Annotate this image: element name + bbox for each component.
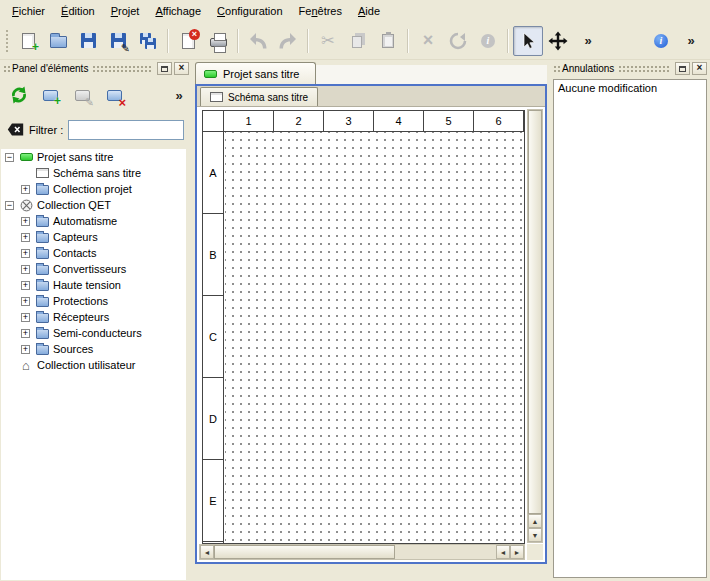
- save-all-button[interactable]: [133, 26, 163, 56]
- expander-plus-icon[interactable]: +: [21, 233, 30, 242]
- scroll-left-button[interactable]: ◄: [200, 545, 214, 559]
- expander-plus-icon[interactable]: +: [21, 313, 30, 322]
- toolbar-extension-button[interactable]: »: [573, 26, 603, 56]
- close-panel-button[interactable]: ×: [692, 62, 707, 75]
- new-document-button[interactable]: +: [13, 26, 43, 56]
- reload-collections-button[interactable]: [5, 82, 32, 109]
- float-icon: [679, 66, 686, 72]
- menu-fichier[interactable]: Fichier: [4, 2, 53, 20]
- menu-configuration[interactable]: Configuration: [209, 2, 290, 20]
- workspace: Projet sans titre Schéma sans titre 1234…: [192, 60, 550, 581]
- dock-grip[interactable]: [553, 65, 560, 72]
- folder-icon: [34, 231, 50, 243]
- menu-edition[interactable]: Édition: [53, 2, 103, 20]
- row-header: A: [203, 132, 223, 214]
- expander-minus-icon[interactable]: −: [5, 153, 14, 162]
- tree-item-haute-tension[interactable]: +Haute tension: [1, 277, 186, 293]
- scroll-right-button[interactable]: ►: [510, 545, 524, 559]
- expander-plus-icon[interactable]: +: [21, 297, 30, 306]
- tab-project[interactable]: Projet sans titre: [195, 62, 316, 84]
- edit-element-button[interactable]: ✎: [69, 82, 96, 109]
- edit-info-button[interactable]: i: [473, 26, 503, 56]
- horizontal-scrollbar-thumb[interactable]: [214, 545, 395, 559]
- open-document-button[interactable]: [43, 26, 73, 56]
- expander-plus-icon[interactable]: +: [21, 329, 30, 338]
- close-document-button[interactable]: ×: [173, 26, 203, 56]
- elements-panel-titlebar[interactable]: Panel d'éléments ×: [0, 60, 192, 77]
- tree-item-projet-sans-titre[interactable]: −Projet sans titre: [1, 149, 186, 165]
- select-mode-button[interactable]: [513, 26, 543, 56]
- float-icon: [161, 66, 168, 72]
- undo-button[interactable]: [243, 26, 273, 56]
- tree-item-label: Capteurs: [53, 231, 98, 243]
- vertical-scrollbar[interactable]: ▲ ▼: [527, 109, 543, 543]
- menu-projet[interactable]: Projet: [103, 2, 148, 20]
- tree-item-automatisme[interactable]: +Automatisme: [1, 213, 186, 229]
- close-panel-button[interactable]: ×: [174, 62, 189, 75]
- diagram-grid[interactable]: [225, 132, 524, 543]
- tree-item-collection-utilisateur[interactable]: ⌂Collection utilisateur: [1, 357, 186, 373]
- expander-plus-icon[interactable]: +: [21, 345, 30, 354]
- tree-item-semi-conducteurs[interactable]: +Semi-conducteurs: [1, 325, 186, 341]
- undo-list[interactable]: Aucune modification: [553, 79, 707, 578]
- scroll-mode-button[interactable]: [543, 26, 573, 56]
- clear-filter-button[interactable]: [7, 123, 24, 138]
- delete-element-button[interactable]: ×: [101, 82, 128, 109]
- tree-item-convertisseurs[interactable]: +Convertisseurs: [1, 261, 186, 277]
- tree-item-label: Sources: [53, 343, 93, 355]
- float-panel-button[interactable]: [157, 62, 172, 75]
- diagram-canvas[interactable]: 123456 ABCDE: [202, 110, 525, 544]
- tree-item-label: Collection QET: [37, 199, 111, 211]
- tree-item-sources[interactable]: +Sources: [1, 341, 186, 357]
- menu-affichage[interactable]: Affichage: [147, 2, 209, 20]
- expander-minus-icon[interactable]: −: [5, 201, 14, 210]
- save-as-button[interactable]: ✎: [103, 26, 133, 56]
- dock-grip[interactable]: [3, 65, 10, 72]
- delete-button[interactable]: ×: [413, 26, 443, 56]
- rotate-button[interactable]: [443, 26, 473, 56]
- horizontal-scrollbar[interactable]: ◄ ◄ ►: [199, 544, 525, 560]
- vertical-scrollbar-thumb[interactable]: [528, 110, 542, 514]
- expander-plus-icon[interactable]: +: [21, 281, 30, 290]
- dock-grip[interactable]: [618, 65, 671, 72]
- tab-schema[interactable]: Schéma sans titre: [200, 87, 318, 106]
- dock-grip[interactable]: [92, 65, 153, 72]
- paste-button[interactable]: [373, 26, 403, 56]
- save-button[interactable]: [73, 26, 103, 56]
- expander-plus-icon[interactable]: +: [21, 185, 30, 194]
- scroll-down-button[interactable]: ▼: [528, 528, 542, 542]
- new-element-button[interactable]: +: [37, 82, 64, 109]
- help-toolbar-extension-button[interactable]: »: [676, 26, 706, 56]
- tree-item-capteurs[interactable]: +Capteurs: [1, 229, 186, 245]
- toolbar-grip[interactable]: [5, 29, 10, 53]
- scroll-up-button[interactable]: ▲: [528, 514, 542, 528]
- print-button[interactable]: [203, 26, 233, 56]
- filter-label: Filtrer :: [29, 124, 63, 136]
- main-content: Panel d'éléments × +✎×» Filtrer : −Proje…: [0, 60, 710, 581]
- horizontal-scrollbar-track[interactable]: [395, 545, 496, 559]
- expander-plus-icon[interactable]: +: [21, 265, 30, 274]
- tree-item-collection-qet[interactable]: −Collection QET: [1, 197, 186, 213]
- menu-fenetres[interactable]: Fenêtres: [291, 2, 350, 20]
- expander-plus-icon[interactable]: +: [21, 217, 30, 226]
- undo-panel-dock: Annulations × Aucune modification: [550, 60, 710, 581]
- cut-button[interactable]: ✂: [313, 26, 343, 56]
- tree-item-recepteurs[interactable]: +Récepteurs: [1, 309, 186, 325]
- tree-item-schema-sans-titre[interactable]: Schéma sans titre: [1, 165, 186, 181]
- copy-button[interactable]: [343, 26, 373, 56]
- expander-plus-icon[interactable]: +: [21, 249, 30, 258]
- tree-item-collection-projet[interactable]: +Collection projet: [1, 181, 186, 197]
- tree-item-contacts[interactable]: +Contacts: [1, 245, 186, 261]
- undo-panel-titlebar[interactable]: Annulations ×: [550, 60, 710, 77]
- diagram-view[interactable]: 123456 ABCDE ▲ ▼ ◄ ◄ ►: [197, 107, 545, 562]
- tree-item-label: Schéma sans titre: [53, 167, 141, 179]
- redo-button[interactable]: [273, 26, 303, 56]
- menu-aide[interactable]: Aide: [350, 2, 388, 20]
- float-panel-button[interactable]: [675, 62, 690, 75]
- filter-input[interactable]: [68, 120, 184, 140]
- tab-schema-label: Schéma sans titre: [228, 92, 308, 103]
- panel-toolbar-extension-button[interactable]: »: [171, 82, 187, 109]
- about-qet-button[interactable]: i: [646, 26, 676, 56]
- tree-item-protections[interactable]: +Protections: [1, 293, 186, 309]
- scroll-left-button-end[interactable]: ◄: [496, 545, 510, 559]
